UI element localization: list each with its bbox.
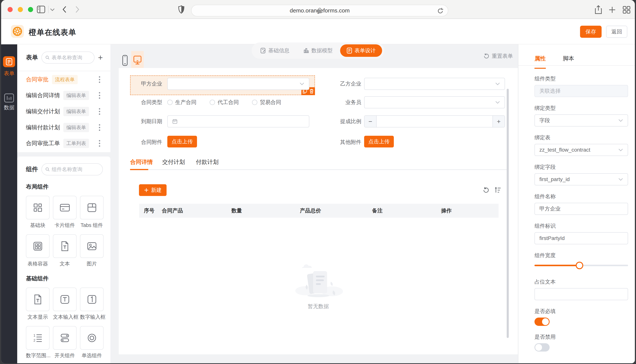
component-search[interactable] [41, 163, 103, 176]
tab-form-design[interactable]: 表单设计 [340, 44, 382, 57]
other-upload-button[interactable]: 点击上传 [364, 136, 394, 148]
radio-circle-icon [167, 100, 173, 105]
more-actions-icon[interactable] [98, 75, 101, 84]
refresh-icon[interactable] [483, 186, 490, 194]
section-title: 布局组件 [26, 183, 110, 191]
component-tile-text-input[interactable]: 文本输入框 [53, 288, 77, 320]
slider-thumb[interactable] [576, 262, 583, 269]
rail-label-forms[interactable]: 表单 [1, 70, 17, 77]
reset-form-button[interactable]: 重置表单 [483, 52, 513, 60]
back-button[interactable]: 返回 [606, 26, 627, 38]
column-header[interactable]: 序号 [144, 204, 154, 218]
component-key-input[interactable] [539, 235, 623, 241]
column-header[interactable]: 备注 [372, 204, 383, 218]
rail-label-data[interactable]: 数据 [1, 104, 17, 111]
new-tab-icon[interactable] [608, 6, 616, 14]
salesman-select[interactable] [364, 96, 505, 108]
placeholder-text-input[interactable] [539, 291, 623, 297]
due-date-input[interactable] [167, 115, 309, 128]
component-name-input[interactable] [539, 206, 623, 212]
form-type-badge: 编辑表单 [63, 123, 89, 132]
canvas-scrollbar[interactable] [507, 89, 509, 338]
field-label-due-date: 到期日期 [138, 115, 162, 128]
forward-icon[interactable] [75, 5, 80, 14]
required-toggle[interactable] [534, 318, 550, 326]
radio-oem-contract[interactable]: 代工合同 [210, 99, 239, 106]
tab-delivery-plan[interactable]: 交付计划 [162, 158, 185, 166]
tab-contract-detail[interactable]: 合同详情 [130, 158, 153, 166]
rail-item-forms[interactable] [3, 56, 15, 67]
bind-field-select[interactable]: first_party_id [534, 173, 628, 186]
share-icon[interactable] [594, 5, 602, 14]
form-name: 编辑付款计划 [26, 124, 60, 132]
data-chart-icon[interactable] [4, 93, 14, 103]
column-header[interactable]: 合同产品 [162, 204, 183, 218]
component-tile-tabs[interactable]: Tabs 组件 [80, 196, 104, 229]
form-search[interactable] [41, 52, 95, 64]
address-bar[interactable]: demo.orangeforms.com [191, 5, 448, 16]
tab-payment-plan[interactable]: 付款计划 [196, 158, 219, 166]
zoom-window-button[interactable] [28, 7, 33, 12]
column-header[interactable]: 产品总价 [300, 204, 321, 218]
app-header: 橙单在线表单 基础信息 数据模型 表单设计 保存 返回 [1, 19, 635, 44]
phone-icon [122, 55, 128, 66]
column-header[interactable]: 操作 [441, 204, 452, 218]
form-list-item[interactable]: 合同审批 流程表单 [17, 72, 110, 88]
column-header[interactable]: 数量 [232, 204, 242, 218]
first-party-select[interactable] [167, 78, 309, 90]
tab-script[interactable]: 脚本 [563, 55, 574, 69]
more-actions-icon[interactable] [98, 123, 101, 132]
component-tile-table-container[interactable]: 表格容器 [26, 234, 50, 267]
traffic-lights[interactable] [8, 7, 33, 12]
tab-properties[interactable]: 属性 [534, 55, 546, 69]
radio-production-contract[interactable]: 生产合同 [167, 99, 196, 106]
decrement-button[interactable]: − [364, 116, 377, 127]
disabled-toggle[interactable] [534, 343, 550, 352]
component-tile-text-display[interactable]: 文本显示 [26, 288, 50, 320]
component-tile-number-input[interactable]: 数字输入框 [80, 288, 104, 320]
delete-icon[interactable] [309, 89, 314, 94]
tab-data-model[interactable]: 数据模型 [297, 44, 339, 57]
component-tile-card[interactable]: 卡片组件 [53, 196, 77, 229]
increment-button[interactable]: + [493, 116, 505, 127]
shield-icon[interactable] [178, 5, 184, 14]
reload-icon[interactable] [437, 8, 444, 14]
form-name: 编辑交付计划 [26, 108, 60, 115]
mobile-preview-button[interactable] [119, 51, 131, 70]
sort-columns-icon[interactable] [494, 186, 501, 194]
desktop-preview-button[interactable] [131, 51, 144, 70]
component-search-input[interactable] [52, 166, 99, 172]
component-tile-image[interactable]: 图片 [80, 234, 104, 267]
component-tile-text[interactable]: 文本 [53, 234, 77, 267]
form-list-item[interactable]: 编辑付款计划 编辑表单 [17, 120, 110, 136]
more-actions-icon[interactable] [98, 139, 101, 148]
minimize-window-button[interactable] [18, 7, 23, 12]
tab-basic-info[interactable]: 基础信息 [254, 44, 296, 57]
bind-type-select[interactable]: 字段 [534, 114, 628, 126]
save-button[interactable]: 保存 [580, 26, 602, 38]
form-search-input[interactable] [52, 55, 91, 60]
component-tile-number-range[interactable]: 12 数字范围... [26, 326, 50, 359]
bind-table-select[interactable]: zz_test_flow_contract [534, 144, 628, 156]
form-list-item[interactable]: 合同审批工单 工单列表 [17, 135, 110, 152]
more-actions-icon[interactable] [98, 107, 101, 116]
component-width-slider[interactable] [534, 262, 628, 269]
tab-overview-icon[interactable] [622, 6, 631, 14]
form-type-badge: 编辑表单 [63, 107, 89, 116]
add-form-button[interactable]: + [98, 54, 103, 61]
component-tile-basic-block[interactable]: 基础块 [26, 196, 50, 229]
more-actions-icon[interactable] [98, 91, 101, 100]
form-list-item[interactable]: 编辑交付计划 编辑表单 [17, 104, 110, 120]
second-party-select[interactable] [364, 78, 505, 90]
new-row-button[interactable]: 新建 [139, 184, 166, 196]
form-list-item[interactable]: 编辑合同详情 编辑表单 [17, 88, 110, 104]
radio-trade-contract[interactable]: 贸易合同 [252, 99, 281, 106]
number-field[interactable] [377, 116, 493, 127]
sidebar-toggle-icon[interactable] [37, 5, 45, 14]
component-tile-radio[interactable]: 单选组件 [80, 326, 104, 359]
component-tile-switch[interactable]: 开关组件 [53, 326, 77, 359]
back-icon[interactable] [62, 5, 67, 14]
close-window-button[interactable] [8, 7, 13, 12]
chevron-down-icon[interactable] [50, 8, 55, 11]
contract-upload-button[interactable]: 点击上传 [167, 136, 197, 148]
